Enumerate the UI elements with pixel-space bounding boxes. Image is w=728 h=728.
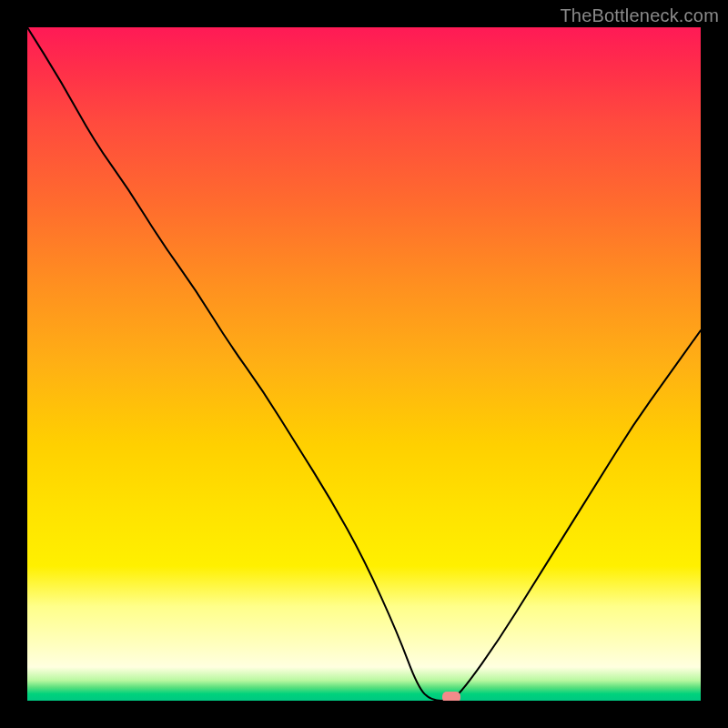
plot-area (27, 27, 701, 701)
bottleneck-chart: TheBottleneck.com (0, 0, 728, 728)
optimal-marker (442, 692, 460, 701)
watermark-text: TheBottleneck.com (560, 5, 719, 26)
bottleneck-curve (27, 27, 701, 701)
